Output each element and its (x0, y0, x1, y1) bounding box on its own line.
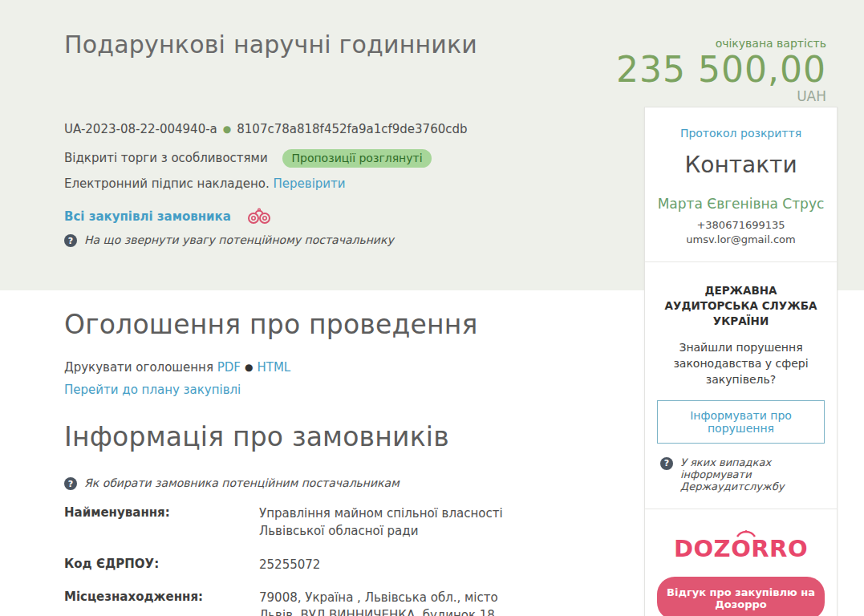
dozorro-logo: DOZORRO (674, 535, 808, 562)
expected-value-amount: 235 500,00 (616, 50, 826, 91)
contacts-section: Протокол розкриття Контакти Марта Євгені… (645, 107, 837, 261)
verify-signature-link[interactable]: Перевірити (274, 176, 346, 191)
customers-title: Інформація про замовників (64, 421, 449, 452)
audit-question: Знайшли порушення законодавства у сфері … (657, 339, 825, 388)
binoculars-strap-icon (736, 529, 757, 537)
dozorro-section: DOZORRO Відгук про закупівлю на Дозорро (645, 509, 837, 616)
sidebar-card: Протокол розкриття Контакти Марта Євгені… (644, 107, 838, 616)
all-purchases-line: Всі закупівлі замовника (64, 207, 272, 225)
dot-separator-icon: ● (245, 362, 253, 373)
binoculars-icon (246, 207, 272, 225)
print-announcement-line: Друкувати оголошення PDF●HTML (64, 360, 290, 375)
contact-name: Марта Євгенівна Струс (657, 196, 825, 212)
all-purchases-link[interactable]: Всі закупівлі замовника (64, 209, 231, 224)
plan-line: Перейти до плану закупівлі (64, 383, 241, 397)
audit-hint-text: У яких випадках інформувати Держаудитслу… (680, 456, 825, 492)
supplier-hint-line[interactable]: ? На що звернути увагу потенційному пост… (64, 233, 394, 247)
row-value: 25255072 (259, 557, 524, 574)
tender-id-line: UA-2023-08-22-004940-a●8107c78a818f452fa… (64, 122, 468, 136)
disclosure-protocol-link[interactable]: Протокол розкриття (680, 127, 801, 140)
print-html-link[interactable]: HTML (257, 360, 290, 375)
procedure-line: Відкриті торги з особливостями Пропозиці… (64, 149, 432, 168)
expected-value-label: очікувана вартість (616, 37, 826, 50)
dozorro-logo-text: DOZORRO (674, 535, 808, 562)
audit-hint-line[interactable]: ? У яких випадках інформувати Держаудитс… (657, 456, 825, 492)
table-row: Найменування: Управління майном спільної… (64, 505, 610, 541)
question-icon: ? (660, 457, 673, 470)
dot-separator-icon: ● (223, 124, 231, 135)
table-row: Код ЄДРПОУ: 25255072 (64, 557, 610, 574)
procedure-type: Відкриті торги з особливостями (64, 151, 268, 165)
row-label: Код ЄДРПОУ: (64, 557, 259, 574)
contact-email: umsv.lor@gmail.com (657, 233, 825, 245)
contacts-title: Контакти (657, 152, 825, 178)
dozorro-feedback-button[interactable]: Відгук про закупівлю на Дозорро (657, 577, 825, 616)
tender-hash: 8107c78a818f452fa9a1cf9de3760cdb (237, 122, 467, 136)
expected-value-currency: UAH (616, 88, 826, 104)
customers-hint-line[interactable]: ? Як обирати замовника потенційним поста… (64, 476, 400, 490)
page-title: Подарункові наручні годинники (64, 30, 477, 59)
question-icon: ? (64, 234, 77, 247)
print-pdf-link[interactable]: PDF (217, 360, 241, 375)
row-label: Найменування: (64, 505, 259, 541)
status-badge: Пропозиції розглянуті (282, 149, 431, 168)
table-row: Місцезнаходження: 79008, Україна , Львів… (64, 590, 610, 616)
tender-id: UA-2023-08-22-004940-a (64, 122, 217, 136)
audit-service-title: ДЕРЖАВНА АУДИТОРСЬКА СЛУЖБА УКРАЇНИ (657, 283, 825, 329)
plan-link[interactable]: Перейти до плану закупівлі (64, 383, 241, 397)
row-value: Управління майном спільної власності Льв… (259, 505, 524, 541)
audit-section: ДЕРЖАВНА АУДИТОРСЬКА СЛУЖБА УКРАЇНИ Знай… (645, 261, 837, 509)
supplier-hint-text: На що звернути увагу потенційному постач… (84, 233, 394, 246)
row-value: 79008, Україна , Львівська обл., місто Л… (259, 590, 524, 616)
row-label: Місцезнаходження: (64, 590, 259, 616)
announcement-title: Оголошення про проведення (64, 309, 478, 340)
customers-hint-text: Як обирати замовника потенційним постача… (84, 476, 400, 489)
report-violation-button[interactable]: Інформувати про порушення (657, 400, 825, 444)
signature-text: Електронний підпис накладено. (64, 176, 270, 191)
question-icon: ? (64, 477, 77, 490)
customer-info-table: Найменування: Управління майном спільної… (64, 505, 610, 616)
expected-value-block: очікувана вартість 235 500,00 UAH (616, 37, 826, 104)
contact-phone: +380671699135 (657, 219, 825, 231)
signature-line: Електронний підпис накладено. Перевірити (64, 176, 346, 191)
print-label: Друкувати оголошення (64, 360, 213, 375)
